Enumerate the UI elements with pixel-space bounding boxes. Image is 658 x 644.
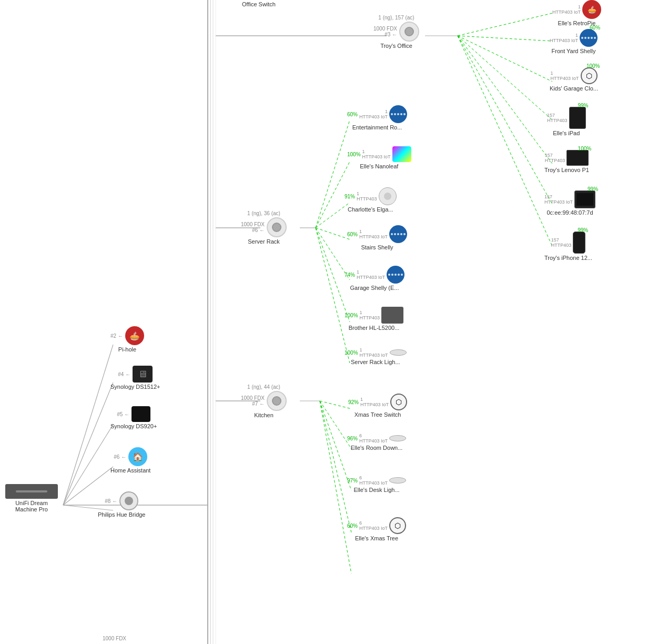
elles-xmas-badge: 60% — [347, 523, 358, 529]
pihole-label: Pi-hole — [118, 346, 136, 353]
server-rack-stats: 1 (ng), 36 (ac) — [247, 210, 280, 216]
svg-line-17 — [458, 36, 552, 246]
elles-xmas-icon: ⬡ — [389, 517, 406, 534]
garage-shelly-node: 74% 1 HTTP403 IoT Garage Shelly (E... — [345, 266, 404, 291]
svg-line-13 — [458, 36, 552, 82]
elles-ipad-badge: 99% — [578, 103, 589, 108]
server-rack-light-label: Server Rack Ligh... — [351, 359, 400, 365]
elles-xmas-node: 60% 6 HTTP403 IoT ⬡ Elle's Xmas Tree — [347, 517, 406, 541]
front-yard-node: 60% 1 HTTP403 IoT Front Yard Shelly — [550, 29, 598, 54]
kids-garage-node: 100% 1 HTTP403 IoT ⬡ Kids' Garage Clo... — [550, 67, 598, 92]
svg-line-5 — [63, 345, 113, 505]
troys-office-ap-node: 1 (ng), 157 (ac) 1000 FDX #3 ← Troy's Of… — [373, 15, 419, 49]
charlottes-elga-badge: 91% — [345, 194, 355, 199]
brother-printer-label: Brother HL-L5200... — [349, 325, 400, 331]
server-rack-light-info: HTTP403 IoT — [360, 353, 388, 358]
elles-nanoleaf-node: 100% 1 HTTP403 IoT Elle's Nanoleaf — [347, 146, 411, 169]
elles-ipad-icon — [569, 107, 586, 129]
hue-bridge-icon — [119, 491, 138, 510]
troys-lenovo-label: Troy's Lenovo P1 — [544, 167, 589, 173]
pihole-port: #2 ← — [110, 333, 123, 339]
troys-iphone-badge: 99% — [578, 227, 588, 233]
synology1-label: Synology DS1512+ — [110, 384, 160, 390]
svg-line-31 — [320, 401, 351, 449]
elles-nanoleaf-info: HTTP403 IoT — [362, 154, 391, 159]
synology1-icon: 🖥 — [133, 366, 153, 383]
kids-garage-info: HTTP403 IoT — [550, 76, 579, 81]
troys-lenovo-info: HTTP403 — [545, 158, 565, 163]
mac-0cee-badge: 99% — [588, 186, 598, 192]
brother-printer-info: HTTP403 — [360, 315, 380, 320]
elles-ipad-label: Elle's iPad — [553, 130, 580, 136]
server-rack-port: 1000 FDX #6 ← — [241, 222, 265, 233]
svg-line-24 — [316, 228, 350, 239]
svg-line-27 — [316, 228, 350, 363]
charlottes-elga-label: Charlotte's Elga... — [348, 206, 393, 213]
entertainment-ro-label: Entertainment Ro... — [352, 124, 402, 130]
xmas-tree-info: HTTP403 IoT — [360, 402, 389, 407]
stairs-shelly-icon — [389, 225, 407, 243]
troys-office-ap-icon — [399, 22, 419, 42]
xmas-tree-node: 92% 1 HTTP403 IoT ⬡ Xmas Tree Switch — [348, 394, 407, 418]
udm-label: UniFi Dream Machine Pro — [15, 500, 48, 512]
elles-desk-light-label: Elle's Desk Ligh... — [353, 487, 399, 493]
stairs-shelly-node: 60% 1 HTTP403 IoT Stairs Shelly — [347, 225, 407, 250]
garage-shelly-label: Garage Shelly (E... — [350, 285, 399, 291]
synology1-node: #4 ← 🖥 Synology DS1512+ — [110, 366, 160, 390]
pihole-icon: 🥧 — [125, 326, 144, 345]
server-rack-light-node: 100% 1 HTTP403 IoT Server Rack Ligh... — [345, 347, 407, 365]
svg-line-12 — [458, 36, 552, 41]
troys-office-port: 1000 FDX #3 ← — [373, 26, 397, 37]
svg-line-6 — [63, 383, 113, 505]
svg-line-30 — [320, 401, 351, 409]
elles-room-down-badge: 96% — [347, 436, 358, 441]
elles-nanoleaf-badge: 100% — [347, 152, 361, 157]
charlottes-elga-info: HTTP403 — [357, 196, 377, 202]
entertainment-ro-info: HTTP403 IoT — [359, 114, 388, 119]
kitchen-stats: 1 (ng), 44 (ac) — [247, 384, 280, 390]
elles-room-down-icon — [389, 435, 406, 441]
elles-desk-light-icon — [389, 477, 406, 484]
troys-lenovo-node: 100% 157 HTTP403 Troy's Lenovo P1 — [544, 150, 589, 173]
elles-desk-light-info: HTTP403 IoT — [359, 480, 388, 486]
elles-xmas-info: HTTP403 IoT — [359, 526, 388, 531]
office-switch-node: Office Switch — [242, 0, 276, 7]
entertainment-ro-icon — [389, 105, 407, 123]
svg-line-32 — [320, 401, 351, 490]
synology2-port: #5 ← — [117, 411, 129, 417]
brother-printer-node: 100% 1 HTTP403 Brother HL-L5200... — [345, 307, 403, 331]
mac-0cee-info: HTTP403 IoT — [544, 199, 573, 205]
front-yard-badge: 60% — [590, 25, 600, 31]
garage-shelly-badge: 74% — [345, 272, 355, 278]
svg-line-16 — [458, 36, 552, 204]
home-assistant-label: Home Assistant — [110, 467, 150, 474]
kitchen-ap-node: 1 (ng), 44 (ac) 1000 FDX #7 ← Kitchen — [241, 384, 287, 418]
retropie-count: 1 — [578, 4, 581, 9]
server-rack-ap-icon — [267, 217, 287, 237]
server-rack-light-badge: 100% — [345, 350, 358, 356]
stairs-shelly-info: HTTP403 IoT — [359, 234, 388, 239]
kitchen-ap-icon — [267, 391, 287, 411]
entertainment-ro-badge: 60% — [347, 112, 358, 117]
xmas-tree-label: Xmas Tree Switch — [355, 411, 401, 418]
elles-desk-light-badge: 97% — [347, 478, 358, 484]
xmas-tree-badge: 92% — [348, 399, 359, 405]
kids-garage-icon: ⬡ — [581, 67, 598, 84]
troys-iphone-icon — [573, 232, 585, 254]
udm-node: UniFi Dream Machine Pro — [5, 484, 58, 512]
retropie-icon: 🥧 — [582, 0, 601, 19]
entertainment-ro-node: 60% 1 HTTP403 IoT Entertainment Ro... — [347, 105, 407, 130]
elles-room-down-label: Elle's Room Down... — [351, 445, 403, 451]
synology1-port: #4 ← — [118, 371, 130, 377]
home-assistant-icon: 🏠 — [128, 447, 147, 466]
synology2-icon — [131, 406, 150, 422]
synology2-node: #5 ← Synology DS920+ — [110, 406, 157, 429]
mac-0cee-label: 0c:ee:99:48:07:7d — [546, 209, 593, 216]
kids-garage-badge: 100% — [586, 63, 600, 69]
troys-iphone-info: HTTP403 — [551, 243, 572, 248]
brother-printer-icon — [381, 307, 403, 324]
elles-nanoleaf-label: Elle's Nanoleaf — [360, 163, 398, 169]
home-assistant-node: #6 ← 🏠 Home Assistant — [110, 447, 150, 474]
elles-ipad-info: HTTP403 — [547, 118, 568, 123]
network-diagram-lines — [0, 0, 658, 644]
